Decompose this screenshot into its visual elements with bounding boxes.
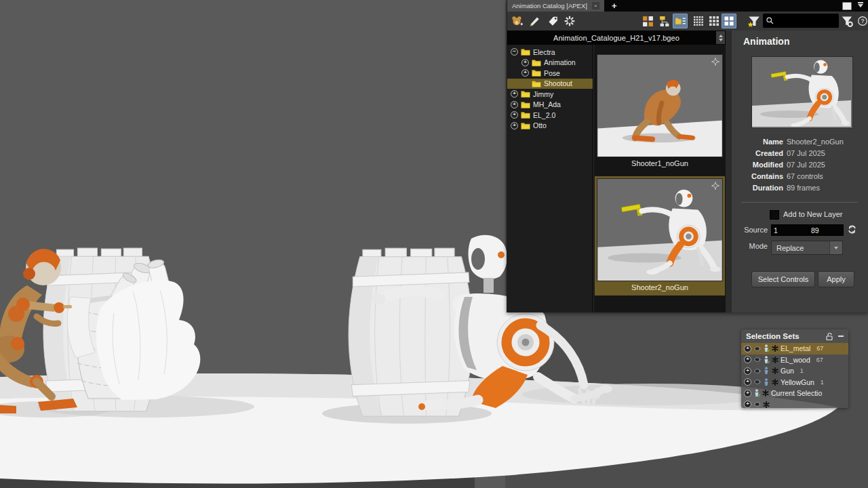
- tree-view-button[interactable]: [656, 14, 671, 28]
- tree-item-label: Otto: [533, 121, 547, 129]
- pushpin-icon[interactable]: [753, 378, 761, 386]
- add-to-new-layer-checkbox[interactable]: [770, 210, 779, 220]
- add-to-new-layer-label: Add to New Layer: [783, 210, 842, 219]
- apply-button[interactable]: Apply: [818, 271, 854, 287]
- expand-icon[interactable]: +: [511, 90, 518, 98]
- expand-icon[interactable]: +: [744, 401, 751, 408]
- tree-item-label: Animation: [544, 58, 576, 66]
- details-fields: Name Shooter2_noGun Created 07 Jul 2025 …: [732, 136, 868, 194]
- add-to-new-layer-row: Add to New Layer: [732, 210, 868, 220]
- tree-item-animation[interactable]: + Animation: [507, 58, 593, 68]
- tree-item-shootout[interactable]: + Shootout: [507, 79, 593, 89]
- medium-thumbnails-button[interactable]: [707, 14, 722, 28]
- help-button[interactable]: ?: [855, 14, 868, 28]
- selection-set-count: 67: [816, 345, 823, 352]
- selection-set-gun[interactable]: + Gun 1: [741, 365, 848, 377]
- tab-animation-catalog[interactable]: Animation Catalog [APEX] ×: [507, 0, 604, 12]
- details-preview: [751, 56, 853, 129]
- asterisk-icon: [762, 390, 769, 396]
- field-contains: Contains 67 controls: [732, 171, 868, 182]
- thumbnail-image: [597, 178, 723, 281]
- expand-icon[interactable]: +: [511, 111, 518, 119]
- svg-text:?: ?: [861, 18, 864, 24]
- expand-icon[interactable]: +: [744, 390, 751, 397]
- select-controls-button[interactable]: Select Controls: [751, 271, 815, 287]
- pushpin-icon[interactable]: [753, 345, 761, 352]
- character-bear-button[interactable]: [509, 14, 524, 28]
- tab-close-icon[interactable]: ×: [592, 2, 599, 9]
- grid-large-icon: [724, 16, 734, 26]
- large-thumbnails-button[interactable]: [722, 14, 736, 28]
- folder-icon: [521, 90, 530, 98]
- dropdown-arrow[interactable]: [829, 241, 842, 254]
- tree-item-el-2-0[interactable]: + EL_2.0: [507, 110, 593, 121]
- field-created: Created 07 Jul 2025: [732, 148, 868, 159]
- field-value: 07 Jul 2025: [787, 148, 825, 159]
- selection-set-el-metal[interactable]: + EL_metal 67: [741, 343, 848, 354]
- expand-icon[interactable]: +: [521, 59, 529, 66]
- selection-set-yellowgun[interactable]: + YellowGun 1: [741, 377, 848, 388]
- source-start-field[interactable]: [771, 224, 809, 236]
- field-duration: Duration 89 frames: [732, 182, 868, 194]
- chevron-down-icon: [834, 247, 838, 249]
- edit-button[interactable]: [527, 14, 542, 28]
- selection-sets-header: Selection Sets: [741, 329, 848, 343]
- mode-dropdown[interactable]: Replace: [771, 241, 843, 255]
- search-input[interactable]: [776, 16, 839, 26]
- favorites-filter-button[interactable]: [746, 14, 761, 28]
- filter-settings-button[interactable]: [840, 14, 854, 28]
- pencil-icon: [528, 15, 540, 27]
- source-end-field[interactable]: [808, 224, 844, 236]
- folder-list-view-button[interactable]: [673, 14, 688, 28]
- refresh-icon[interactable]: [847, 224, 857, 235]
- pushpin-icon[interactable]: [753, 356, 761, 363]
- tree-item-mh-ada[interactable]: + MH_Ada: [507, 100, 593, 110]
- pane-menu-icon[interactable]: [858, 4, 863, 7]
- asterisk-icon: [763, 401, 770, 408]
- expand-icon[interactable]: +: [744, 356, 751, 363]
- tag-icon: [547, 15, 559, 27]
- thumbnail-shooter2[interactable]: Shooter2_noGun: [595, 176, 725, 296]
- pushpin-icon[interactable]: [753, 367, 761, 375]
- collapse-icon[interactable]: −: [511, 48, 518, 56]
- pin-icon[interactable]: [711, 58, 719, 66]
- tree-item-label: Pose: [544, 69, 560, 77]
- thumbnail-image: [597, 54, 723, 157]
- collapse-panel-icon[interactable]: [838, 336, 844, 337]
- combo-spinner[interactable]: [716, 31, 725, 44]
- tree-item-jimmy[interactable]: + Jimmy: [507, 89, 593, 100]
- catalog-file-combo[interactable]: Animation_Catalogue_H21_v17.bgeo: [507, 30, 726, 45]
- unlock-icon[interactable]: [826, 332, 833, 340]
- pane-maximize-icon[interactable]: [842, 2, 852, 10]
- expand-icon[interactable]: +: [511, 122, 518, 129]
- folder-icon: [521, 48, 530, 56]
- tree-item-otto[interactable]: + Otto: [507, 121, 593, 131]
- field-name: Name Shooter2_noGun: [732, 136, 868, 148]
- thumbnail-shooter1[interactable]: Shooter1_noGun: [597, 54, 723, 169]
- selection-set-current-selection[interactable]: + Current Selectio: [741, 388, 848, 399]
- gallery-view-button[interactable]: [640, 14, 655, 28]
- expand-icon[interactable]: +: [744, 345, 751, 352]
- barrel-right: [349, 248, 473, 416]
- selection-set-label: EL_metal: [781, 344, 810, 352]
- selection-set-el-wood[interactable]: + EL_wood 67: [741, 354, 848, 366]
- expand-icon[interactable]: +: [744, 378, 751, 386]
- expand-icon[interactable]: +: [744, 367, 751, 375]
- pushpin-icon[interactable]: [753, 401, 761, 408]
- app-window: Animation Catalog [APEX] × +: [0, 0, 868, 488]
- pin-icon[interactable]: [711, 182, 719, 190]
- tree-item-pose[interactable]: + Pose: [507, 68, 593, 79]
- thumbnail-scrollbar[interactable]: [726, 30, 732, 312]
- selection-set-partial-row[interactable]: +: [741, 399, 848, 409]
- folder-icon: [521, 122, 530, 129]
- selection-set-label: YellowGun: [781, 378, 814, 386]
- expand-icon[interactable]: +: [521, 69, 529, 77]
- settings-button[interactable]: [562, 14, 577, 28]
- tag-button[interactable]: [545, 14, 560, 28]
- tree-item-electra[interactable]: − Electra: [507, 47, 593, 58]
- selection-set-label: Current Selectio: [771, 389, 822, 397]
- expand-icon[interactable]: +: [511, 101, 518, 108]
- small-thumbnails-button[interactable]: [691, 14, 706, 28]
- hierarchy-icon: [658, 16, 670, 27]
- new-tab-button[interactable]: +: [604, 0, 625, 12]
